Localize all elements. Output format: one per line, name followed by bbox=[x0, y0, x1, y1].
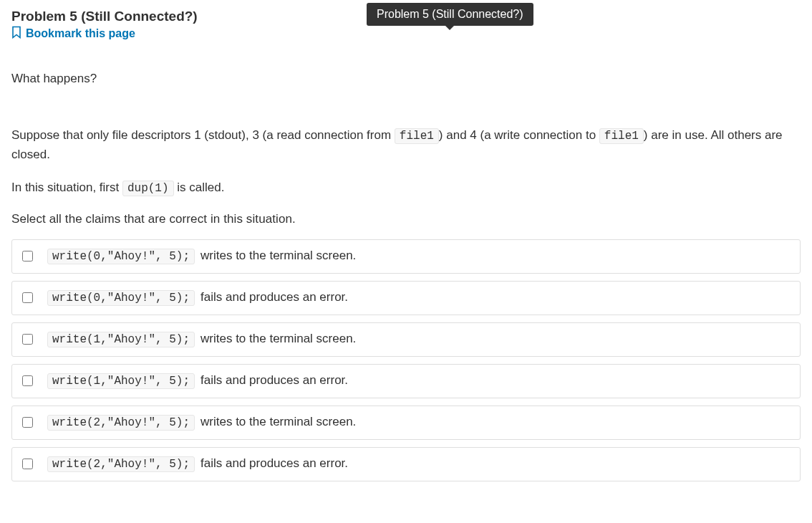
bookmark-link[interactable]: Bookmark this page bbox=[11, 26, 135, 42]
para1-mid: ) and 4 (a write connection to bbox=[439, 128, 599, 142]
option-row[interactable]: write(0,"Ahoy!", 5); fails and produces … bbox=[11, 281, 801, 315]
option-checkbox[interactable] bbox=[22, 459, 33, 469]
problem-body: Suppose that only file descriptors 1 (st… bbox=[11, 126, 785, 198]
tooltip: Problem 5 (Still Connected?) bbox=[367, 3, 533, 26]
option-text: fails and produces an error. bbox=[200, 456, 348, 471]
para2-pre: In this situation, first bbox=[11, 181, 122, 194]
bookmark-icon bbox=[11, 26, 21, 42]
option-label: write(2,"Ahoy!", 5); fails and produces … bbox=[47, 456, 348, 472]
option-checkbox[interactable] bbox=[22, 375, 33, 386]
option-text: writes to the terminal screen. bbox=[200, 415, 356, 429]
option-row[interactable]: write(0,"Ahoy!", 5); writes to the termi… bbox=[11, 239, 801, 274]
option-text: fails and produces an error. bbox=[200, 373, 348, 388]
option-checkbox[interactable] bbox=[22, 334, 33, 345]
question-heading: What happens? bbox=[11, 72, 801, 86]
option-code: write(0,"Ahoy!", 5); bbox=[47, 290, 195, 306]
option-row[interactable]: write(2,"Ahoy!", 5); writes to the termi… bbox=[11, 406, 801, 440]
option-text: writes to the terminal screen. bbox=[200, 249, 356, 263]
options-list: write(0,"Ahoy!", 5); writes to the termi… bbox=[11, 239, 801, 481]
option-code: write(1,"Ahoy!", 5); bbox=[47, 373, 195, 389]
option-label: write(0,"Ahoy!", 5); writes to the termi… bbox=[47, 249, 356, 264]
option-label: write(0,"Ahoy!", 5); fails and produces … bbox=[47, 290, 348, 306]
option-checkbox[interactable] bbox=[22, 251, 33, 262]
option-label: write(2,"Ahoy!", 5); writes to the termi… bbox=[47, 415, 356, 431]
option-checkbox[interactable] bbox=[22, 417, 33, 428]
option-row[interactable]: write(1,"Ahoy!", 5); fails and produces … bbox=[11, 364, 801, 398]
para1-pre: Suppose that only file descriptors 1 (st… bbox=[11, 128, 395, 142]
option-checkbox[interactable] bbox=[22, 292, 33, 303]
option-text: writes to the terminal screen. bbox=[200, 332, 356, 346]
option-label: write(1,"Ahoy!", 5); fails and produces … bbox=[47, 373, 348, 389]
paragraph-2: In this situation, first dup(1) is calle… bbox=[11, 178, 785, 198]
option-code: write(2,"Ahoy!", 5); bbox=[47, 456, 195, 472]
para2-post: is called. bbox=[174, 181, 225, 194]
code-file1-a: file1 bbox=[395, 128, 439, 144]
option-label: write(1,"Ahoy!", 5); writes to the termi… bbox=[47, 332, 356, 347]
option-code: write(2,"Ahoy!", 5); bbox=[47, 415, 195, 431]
option-row[interactable]: write(1,"Ahoy!", 5); writes to the termi… bbox=[11, 322, 801, 357]
code-dup1: dup(1) bbox=[122, 181, 174, 196]
select-instruction: Select all the claims that are correct i… bbox=[11, 212, 801, 226]
code-file1-b: file1 bbox=[599, 128, 644, 144]
option-text: fails and produces an error. bbox=[200, 290, 348, 304]
bookmark-label: Bookmark this page bbox=[26, 27, 135, 40]
option-row[interactable]: write(2,"Ahoy!", 5); fails and produces … bbox=[11, 447, 801, 481]
option-code: write(0,"Ahoy!", 5); bbox=[47, 249, 195, 264]
paragraph-1: Suppose that only file descriptors 1 (st… bbox=[11, 126, 785, 164]
option-code: write(1,"Ahoy!", 5); bbox=[47, 332, 195, 347]
